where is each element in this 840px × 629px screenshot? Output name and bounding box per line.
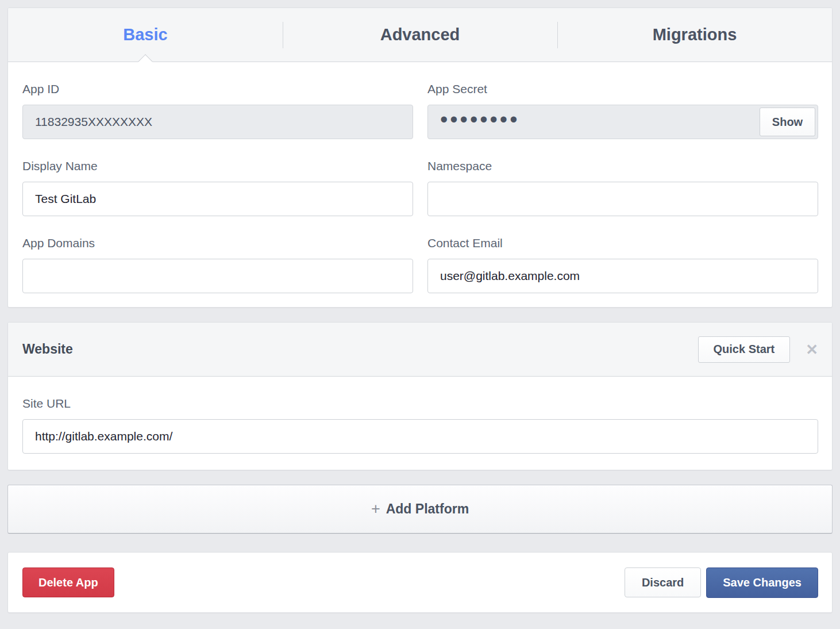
action-bar: Delete App Discard Save Changes (7, 552, 833, 613)
site-url-input[interactable] (22, 419, 818, 454)
display-name-input[interactable] (22, 182, 413, 216)
contact-email-field: Contact Email (427, 236, 818, 293)
app-id-label: App ID (22, 82, 413, 96)
settings-tabbar: Basic Advanced Migrations (8, 8, 832, 62)
website-section-header: Website Quick Start ✕ (8, 323, 832, 377)
tab-advanced[interactable]: Advanced (283, 8, 557, 62)
app-domains-field: App Domains (22, 236, 413, 293)
app-id-field: App ID (22, 82, 413, 139)
app-domains-input[interactable] (22, 259, 413, 293)
show-secret-button[interactable]: Show (760, 108, 815, 136)
app-secret-wrap: •••••••• Show (427, 105, 818, 139)
save-changes-button[interactable]: Save Changes (706, 567, 818, 598)
plus-icon: + (371, 500, 380, 518)
tab-basic-label: Basic (123, 25, 167, 44)
site-url-label: Site URL (22, 397, 818, 411)
add-platform-label: Add Platform (386, 501, 469, 517)
quick-start-button[interactable]: Quick Start (698, 336, 791, 363)
site-url-field: Site URL (22, 397, 818, 454)
display-name-field: Display Name (22, 159, 413, 216)
tab-migrations-label: Migrations (653, 25, 737, 44)
basic-settings-form: App ID App Secret •••••••• Show Display … (8, 62, 832, 307)
app-id-input (22, 105, 413, 139)
app-secret-dots: •••••••• (440, 109, 519, 131)
app-domains-label: App Domains (22, 236, 413, 250)
app-secret-label: App Secret (427, 82, 818, 96)
close-icon[interactable]: ✕ (806, 342, 818, 357)
tab-advanced-label: Advanced (380, 25, 460, 44)
display-name-label: Display Name (22, 159, 413, 173)
namespace-input[interactable] (427, 182, 818, 216)
discard-button[interactable]: Discard (625, 567, 701, 597)
namespace-label: Namespace (427, 159, 818, 173)
website-section-body: Site URL (8, 377, 832, 470)
delete-app-button[interactable]: Delete App (22, 567, 114, 597)
contact-email-label: Contact Email (427, 236, 818, 250)
namespace-field: Namespace (427, 159, 818, 216)
website-platform-panel: Website Quick Start ✕ Site URL (7, 322, 833, 470)
app-secret-field: App Secret •••••••• Show (427, 82, 818, 139)
website-section-title: Website (22, 342, 698, 357)
tab-basic[interactable]: Basic (8, 8, 283, 62)
app-settings-panel: Basic Advanced Migrations App ID App Sec… (7, 7, 833, 308)
add-platform-button[interactable]: + Add Platform (7, 485, 833, 534)
tab-migrations[interactable]: Migrations (557, 8, 832, 62)
contact-email-input[interactable] (427, 259, 818, 293)
